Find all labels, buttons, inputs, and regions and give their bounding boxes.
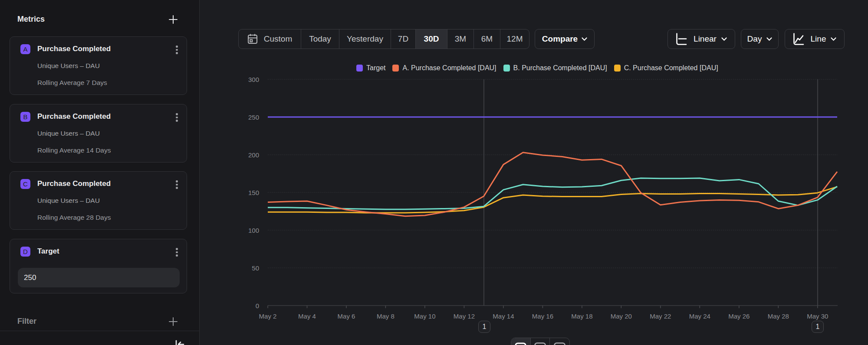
svg-text:May 4: May 4 bbox=[298, 312, 316, 320]
svg-text:May 26: May 26 bbox=[728, 312, 750, 320]
svg-text:May 14: May 14 bbox=[493, 312, 514, 320]
svg-text:May 6: May 6 bbox=[338, 312, 355, 320]
svg-text:May 24: May 24 bbox=[689, 312, 710, 320]
svg-text:0: 0 bbox=[256, 302, 259, 309]
svg-text:250: 250 bbox=[248, 114, 259, 121]
svg-text:300: 300 bbox=[248, 76, 259, 83]
svg-text:May 30: May 30 bbox=[807, 312, 828, 320]
svg-text:200: 200 bbox=[248, 151, 259, 159]
svg-text:May 28: May 28 bbox=[768, 312, 789, 320]
svg-text:May 10: May 10 bbox=[414, 312, 435, 320]
svg-text:May 12: May 12 bbox=[454, 312, 475, 320]
svg-text:May 22: May 22 bbox=[650, 312, 671, 320]
svg-text:May 20: May 20 bbox=[611, 312, 632, 320]
svg-text:100: 100 bbox=[248, 227, 259, 234]
svg-text:May 8: May 8 bbox=[377, 312, 395, 320]
svg-text:May 16: May 16 bbox=[532, 312, 553, 320]
svg-text:50: 50 bbox=[252, 264, 259, 272]
svg-text:150: 150 bbox=[248, 189, 259, 196]
svg-text:May 2: May 2 bbox=[259, 312, 277, 320]
svg-text:May 18: May 18 bbox=[571, 312, 592, 320]
